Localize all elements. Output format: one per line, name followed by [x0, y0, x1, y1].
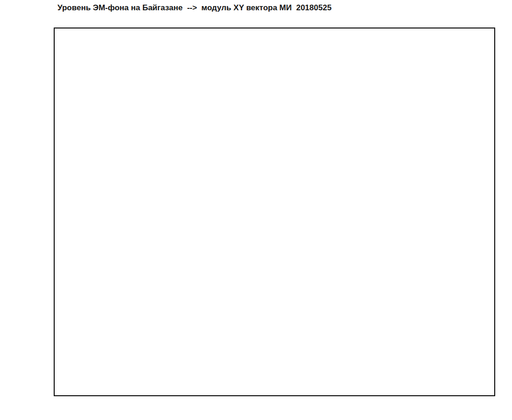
plot-area — [54, 28, 495, 396]
spectrogram-page: Уровень ЭМ-фона на Байгазане --> модуль … — [0, 0, 512, 420]
spectrogram-canvas — [55, 28, 494, 395]
chart-title: Уровень ЭМ-фона на Байгазане --> модуль … — [57, 3, 332, 13]
